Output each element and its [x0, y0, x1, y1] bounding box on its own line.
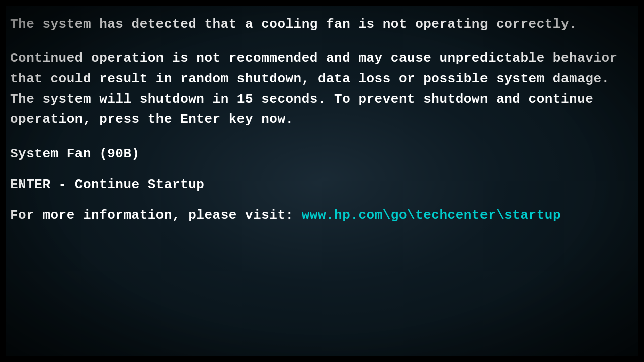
more-info-line: For more information, please visit: www.… [10, 206, 634, 224]
hp-url: www.hp.com\go\techcenter\startup [302, 208, 561, 223]
fan-error-message: The system has detected that a cooling f… [10, 15, 634, 33]
enter-instruction: ENTER - Continue Startup [10, 175, 634, 194]
warning-message: Continued operation is not recommended a… [10, 48, 634, 129]
more-info-prefix: For more information, please visit: [10, 208, 302, 223]
bios-screen: The system has detected that a cooling f… [10, 15, 634, 225]
error-code: System Fan (90B) [10, 145, 634, 163]
